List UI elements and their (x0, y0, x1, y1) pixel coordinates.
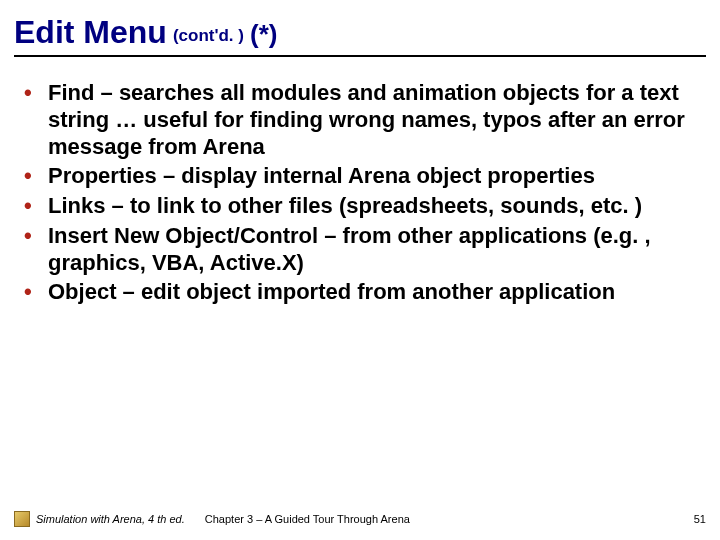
bullet-icon: • (24, 278, 48, 306)
slide-body: • Find – searches all modules and animat… (14, 79, 706, 306)
list-item: • Find – searches all modules and animat… (24, 79, 706, 160)
footer-logo-icon (14, 511, 30, 527)
title-subtitle: (cont'd. ) (173, 26, 244, 46)
slide-footer: Simulation with Arena, 4 th ed. Chapter … (0, 508, 720, 530)
footer-book-title: Simulation with Arena, 4 th ed. (36, 513, 185, 525)
title-tail: (*) (250, 19, 277, 50)
list-item: • Links – to link to other files (spread… (24, 192, 706, 220)
bullet-icon: • (24, 162, 48, 190)
list-item-text: Properties – display internal Arena obje… (48, 162, 706, 189)
title-main: Edit Menu (14, 14, 167, 51)
bullet-icon: • (24, 79, 48, 107)
bullet-icon: • (24, 192, 48, 220)
list-item: • Object – edit object imported from ano… (24, 278, 706, 306)
list-item-text: Links – to link to other files (spreadsh… (48, 192, 706, 219)
slide: Edit Menu (cont'd. ) (*) • Find – search… (0, 0, 720, 540)
list-item-text: Object – edit object imported from anoth… (48, 278, 706, 305)
list-item: • Insert New Object/Control – from other… (24, 222, 706, 276)
list-item-text: Find – searches all modules and animatio… (48, 79, 706, 160)
footer-chapter: Chapter 3 – A Guided Tour Through Arena (205, 513, 410, 525)
title-divider (14, 55, 706, 57)
slide-title: Edit Menu (cont'd. ) (*) (14, 14, 706, 51)
bullet-icon: • (24, 222, 48, 250)
list-item-text: Insert New Object/Control – from other a… (48, 222, 706, 276)
footer-page-number: 51 (694, 513, 706, 525)
list-item: • Properties – display internal Arena ob… (24, 162, 706, 190)
